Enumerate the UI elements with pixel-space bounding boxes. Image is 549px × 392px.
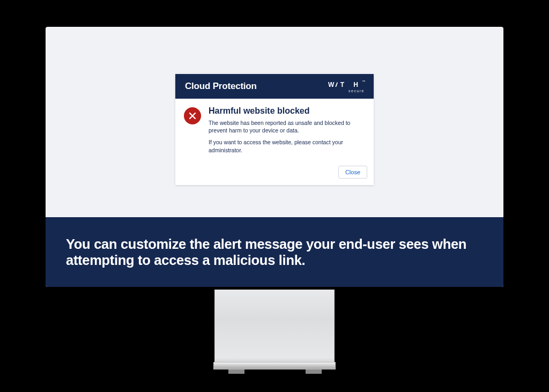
monitor-foot [306,369,322,374]
monitor-base [213,362,336,369]
brand-sub: secure [348,89,365,93]
alert-heading: Harmful website blocked [209,106,364,116]
monitor-foot [228,369,244,374]
dialog-title: Cloud Protection [185,81,257,92]
monitor-mockup: Cloud Protection WIT H™ secure Harmful w… [0,0,549,392]
brand-main: WIT H™ [328,80,365,88]
dialog-content: Harmful website blocked The website has … [209,106,364,158]
monitor-stand [214,290,335,362]
alert-paragraph-2: If you want to access the website, pleas… [209,138,364,153]
alert-paragraph-1: The website has been reported as unsafe … [209,119,364,134]
alert-dialog: Cloud Protection WIT H™ secure Harmful w… [175,74,374,185]
dialog-body: Harmful website blocked The website has … [175,99,374,164]
close-button[interactable]: Close [338,166,367,179]
caption-banner: You can customize the alert message your… [46,217,503,287]
dialog-header: Cloud Protection WIT H™ secure [175,74,374,99]
brand-logo: WIT H™ secure [328,80,365,93]
caption-text: You can customize the alert message your… [66,236,483,268]
dialog-actions: Close [175,164,374,185]
monitor-screen: Cloud Protection WIT H™ secure Harmful w… [46,27,503,287]
danger-x-icon [184,107,201,124]
